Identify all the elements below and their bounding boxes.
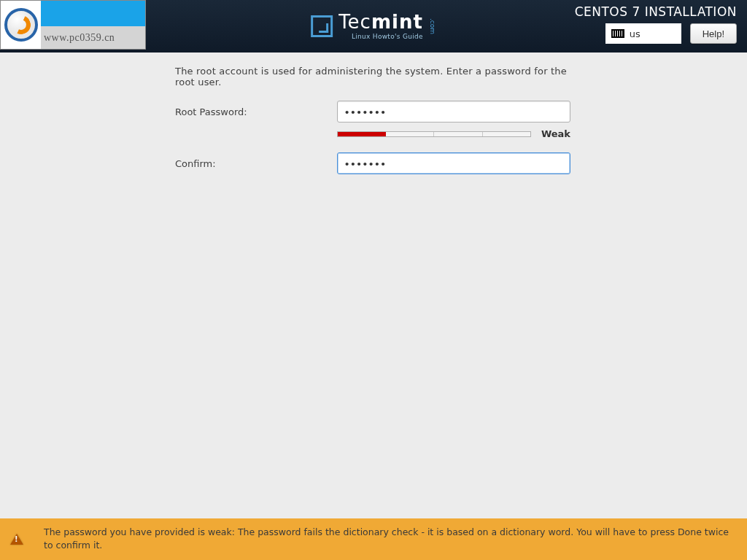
watermark-logo-box: [1, 1, 41, 49]
password-strength-bar: [337, 131, 531, 137]
confirm-password-row: Confirm:: [175, 152, 572, 174]
password-strength-label: Weak: [541, 128, 570, 139]
brand-text-block: Tecmint Linux Howto's Guide: [338, 12, 423, 40]
brand-square-icon: [311, 15, 333, 37]
brand-text: Tecmint: [338, 11, 423, 33]
header-right: CENTOS 7 INSTALLATION us Help!: [575, 4, 737, 44]
header-controls: us Help!: [605, 23, 737, 44]
watermark-right: www.pc0359.cn: [41, 1, 145, 49]
keyboard-layout-label: us: [630, 28, 640, 39]
watermark-blue-band: [41, 1, 145, 26]
confirm-password-label: Confirm:: [175, 158, 337, 169]
password-strength-fill: [338, 132, 386, 136]
root-password-input[interactable]: [337, 101, 570, 122]
password-strength-row: Weak: [175, 128, 572, 139]
watermark-logo-icon: [4, 8, 38, 42]
warning-icon: [10, 534, 23, 545]
top-header: www.pc0359.cn Tecmint Linux Howto's Guid…: [0, 0, 747, 52]
keyboard-icon: [611, 29, 624, 38]
help-button[interactable]: Help!: [690, 23, 737, 44]
warning-text: The password you have provided is weak: …: [44, 526, 732, 553]
watermark-url: www.pc0359.cn: [41, 26, 145, 49]
root-password-row: Root Password:: [175, 101, 572, 122]
keyboard-layout-indicator[interactable]: us: [605, 23, 681, 44]
confirm-password-input[interactable]: [337, 152, 570, 174]
brand-logo: Tecmint Linux Howto's Guide .com: [311, 12, 436, 40]
instruction-text: The root account is used for administeri…: [175, 66, 572, 88]
brand-suffix: .com: [429, 18, 436, 34]
warning-bar: The password you have provided is weak: …: [0, 518, 747, 561]
installer-title: CENTOS 7 INSTALLATION: [575, 4, 737, 19]
brand-subtitle: Linux Howto's Guide: [338, 33, 423, 40]
root-password-label: Root Password:: [175, 106, 337, 117]
main-content: The root account is used for administeri…: [0, 52, 747, 174]
watermark-overlay: www.pc0359.cn: [0, 0, 146, 50]
